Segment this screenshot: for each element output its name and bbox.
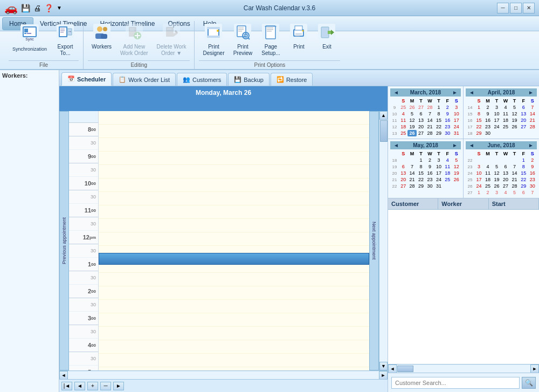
tab-customers[interactable]: 👥 Customers	[177, 73, 227, 86]
sync-button[interactable]: Sync Synchronization	[9, 22, 51, 55]
april-d-3[interactable]: 3	[492, 104, 501, 111]
april-d-29[interactable]: 29	[474, 130, 483, 136]
d-9-mar[interactable]: 9	[443, 111, 452, 117]
d-18-mar[interactable]: 18	[399, 123, 407, 130]
april-d-30[interactable]: 30	[483, 130, 493, 136]
april-d-8[interactable]: 8	[474, 111, 483, 117]
tab-restore[interactable]: 🔁 Restore	[271, 73, 313, 86]
april-d-1[interactable]: 1	[474, 104, 483, 111]
march-prev-button[interactable]: ◄	[392, 90, 400, 95]
d-2-mar[interactable]: 2	[443, 104, 452, 111]
nav-next-button[interactable]: ►	[113, 382, 124, 390]
nav-first-button[interactable]: |◄	[61, 382, 72, 390]
restore-button[interactable]: □	[510, 3, 522, 13]
april-next-button[interactable]: ►	[527, 90, 535, 95]
april-d-18[interactable]: 18	[501, 117, 510, 123]
d-11-mar[interactable]: 11	[399, 117, 407, 123]
prev-appointment-nav[interactable]: Previous appointment	[59, 111, 69, 370]
d-5-mar[interactable]: 5	[407, 111, 416, 117]
april-d-16[interactable]: 16	[483, 117, 493, 123]
d-15-mar[interactable]: 15	[434, 117, 443, 123]
vscroll-down-button[interactable]: ▼	[379, 362, 388, 370]
tab-scheduler[interactable]: 📅 Scheduler	[61, 72, 112, 86]
d-4-mar[interactable]: 4	[399, 111, 407, 117]
tab-work-order-list[interactable]: 📋 Work Order List	[113, 73, 176, 86]
d-1-mar[interactable]: 1	[434, 104, 443, 111]
right-hscroll-right[interactable]: ►	[530, 365, 539, 373]
april-d-19[interactable]: 19	[510, 117, 519, 123]
may-prev-button[interactable]: ◄	[392, 142, 400, 148]
april-d-11[interactable]: 11	[501, 111, 510, 117]
tab-backup[interactable]: 💾 Backup	[228, 73, 270, 86]
d-3-mar[interactable]: 3	[452, 104, 461, 111]
delete-work-order-button[interactable]: Delete WorkOrder ▼	[153, 21, 190, 59]
quick-access-help[interactable]: ❓	[44, 4, 53, 12]
hscroll-right-button[interactable]: ►	[379, 371, 388, 380]
d-8-mar[interactable]: 8	[434, 111, 443, 117]
export-button[interactable]: → ExportTo...	[52, 22, 79, 59]
d-22-mar[interactable]: 22	[434, 123, 443, 130]
april-d-20[interactable]: 20	[519, 117, 528, 123]
vscroll-thumb[interactable]	[380, 120, 388, 142]
vertical-scrollbar[interactable]: ▲ ▼	[379, 111, 388, 370]
april-d-28[interactable]: 28	[528, 123, 537, 130]
horizontal-scrollbar[interactable]: ◄ ►	[59, 370, 388, 379]
d-14-mar[interactable]: 14	[425, 117, 434, 123]
april-d-15[interactable]: 15	[474, 117, 483, 123]
vscroll-up-button[interactable]: ▲	[379, 111, 388, 120]
d-12-mar[interactable]: 12	[407, 117, 416, 123]
april-d-14[interactable]: 14	[528, 111, 537, 117]
quick-access-print[interactable]: 🖨	[33, 4, 41, 12]
d-17-mar[interactable]: 17	[452, 117, 461, 123]
nav-minus-button[interactable]: ─	[100, 382, 111, 390]
march-next-button[interactable]: ►	[451, 90, 459, 95]
april-d-7[interactable]: 7	[528, 104, 537, 111]
nav-prev-button[interactable]: ◄	[74, 382, 85, 390]
april-d-13[interactable]: 13	[519, 111, 528, 117]
d-21-mar[interactable]: 21	[425, 123, 434, 130]
d-13-mar[interactable]: 13	[417, 117, 425, 123]
d-10-mar[interactable]: 10	[452, 111, 461, 117]
appointment-event[interactable]	[99, 253, 369, 265]
april-prev-button[interactable]: ◄	[468, 90, 475, 95]
page-setup-button[interactable]: PageSetup...	[257, 21, 284, 59]
d-31-mar[interactable]: 31	[452, 130, 461, 136]
june-prev-button[interactable]: ◄	[468, 142, 475, 148]
d-27-mar[interactable]: 27	[417, 130, 425, 136]
right-hscroll-track[interactable]	[397, 365, 530, 373]
quick-access-save[interactable]: 💾	[21, 4, 30, 12]
d-25-prev[interactable]: 25	[399, 104, 407, 111]
customer-search-input[interactable]	[391, 377, 520, 389]
april-d-24[interactable]: 24	[492, 123, 501, 130]
hscroll-left-button[interactable]: ◄	[59, 371, 68, 380]
april-d-6[interactable]: 6	[519, 104, 528, 111]
workers-button[interactable]: Workers	[88, 21, 115, 53]
d-30-mar[interactable]: 30	[443, 130, 452, 136]
april-d-5[interactable]: 5	[510, 104, 519, 111]
april-d-27[interactable]: 27	[519, 123, 528, 130]
minimize-button[interactable]: ─	[497, 3, 509, 13]
april-d-25[interactable]: 25	[501, 123, 510, 130]
print-button[interactable]: Print	[285, 21, 312, 53]
d-26-prev[interactable]: 26	[407, 104, 416, 111]
april-d-17[interactable]: 17	[492, 117, 501, 123]
exit-button[interactable]: Exit	[313, 21, 340, 53]
appointments-area[interactable]	[99, 111, 369, 370]
april-d-26[interactable]: 26	[510, 123, 519, 130]
d-7-mar[interactable]: 7	[425, 111, 434, 117]
april-d-23[interactable]: 23	[483, 123, 493, 130]
d-29-mar[interactable]: 29	[434, 130, 443, 136]
hscroll-track[interactable]	[68, 372, 379, 379]
april-d-10[interactable]: 10	[492, 111, 501, 117]
april-d-21[interactable]: 21	[528, 117, 537, 123]
april-d-2[interactable]: 2	[483, 104, 493, 111]
d-28-prev[interactable]: 28	[425, 104, 434, 111]
d-24-mar[interactable]: 24	[452, 123, 461, 130]
d-16-mar[interactable]: 16	[443, 117, 452, 123]
d-28-mar[interactable]: 28	[425, 130, 434, 136]
may-next-button[interactable]: ►	[451, 142, 459, 148]
d-20-mar[interactable]: 20	[417, 123, 425, 130]
april-d-9[interactable]: 9	[483, 111, 493, 117]
d-19-mar[interactable]: 19	[407, 123, 416, 130]
april-d-4[interactable]: 4	[501, 104, 510, 111]
